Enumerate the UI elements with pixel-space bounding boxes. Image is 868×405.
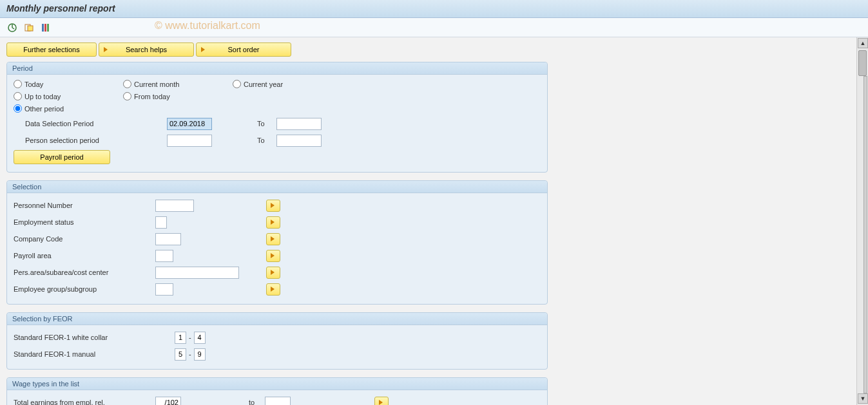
employment-status-label: Employment status <box>14 218 155 226</box>
watermark-text: © www.tutorialkart.com <box>155 20 260 32</box>
personnel-number-label: Personnel Number <box>14 202 155 209</box>
feor-manual-from-input[interactable] <box>175 348 186 361</box>
sort-order-label: Sort order <box>228 46 260 53</box>
employee-group-multiple-button[interactable] <box>266 283 280 296</box>
person-selection-to-input[interactable] <box>276 135 322 147</box>
payroll-area-multiple-button[interactable] <box>266 250 280 262</box>
top-button-row: Further selections Search helps Sort ord… <box>6 42 850 57</box>
radio-other-period[interactable] <box>14 104 22 113</box>
label-up-to-today[interactable]: Up to today <box>24 93 61 100</box>
data-source-icon[interactable] <box>40 22 52 33</box>
period-legend: Period <box>7 62 547 75</box>
data-selection-to-input[interactable] <box>276 118 322 130</box>
payroll-area-input[interactable] <box>155 250 173 262</box>
scrollbar-inner-track[interactable] <box>863 76 867 393</box>
feor-white-collar-label: Standard FEOR-1 white collar <box>14 334 175 341</box>
company-code-label: Company Code <box>14 235 155 243</box>
further-selections-button[interactable]: Further selections <box>6 42 97 57</box>
execute-icon[interactable] <box>6 22 18 33</box>
feor-legend: Selection by FEOR <box>7 313 547 325</box>
data-selection-period-label: Data Selection Period <box>25 120 167 127</box>
feor-manual-label: Standard FEOR-1 manual <box>14 350 175 358</box>
selection-groupbox: Selection Personnel Number Employment st… <box>6 180 548 305</box>
company-code-multiple-button[interactable] <box>266 233 280 245</box>
feor-white-from-input[interactable] <box>175 332 186 344</box>
personnel-number-multiple-button[interactable] <box>266 200 280 212</box>
radio-today[interactable] <box>14 80 22 88</box>
employment-status-input[interactable] <box>155 216 167 229</box>
radio-up-to-today[interactable] <box>14 92 22 100</box>
wage-groupbox: Wage types in the list Total earnings fr… <box>6 377 548 405</box>
wage-to-label-1: to <box>249 399 265 405</box>
app-title-bar: Monthly personnel report <box>0 0 868 18</box>
data-selection-from-input[interactable] <box>167 118 212 130</box>
wage-legend: Wage types in the list <box>7 378 547 390</box>
further-selections-label: Further selections <box>23 46 79 53</box>
company-code-input[interactable] <box>155 233 181 245</box>
radio-current-year[interactable] <box>233 80 241 88</box>
selection-legend: Selection <box>7 181 547 193</box>
personnel-number-input[interactable] <box>155 200 194 212</box>
svg-rect-5 <box>42 24 44 32</box>
app-toolbar: © www.tutorialkart.com <box>0 18 868 37</box>
search-helps-label: Search helps <box>126 46 167 53</box>
payroll-period-button[interactable]: Payroll period <box>14 150 110 164</box>
label-current-year[interactable]: Current year <box>244 80 283 88</box>
variant-icon[interactable] <box>23 22 35 33</box>
employee-group-label: Employee group/subgroup <box>14 285 155 293</box>
radio-current-month[interactable] <box>123 80 131 88</box>
feor-groupbox: Selection by FEOR Standard FEOR-1 white … <box>6 312 548 370</box>
svg-line-2 <box>12 28 14 29</box>
label-today[interactable]: Today <box>24 80 43 88</box>
vertical-scrollbar[interactable]: ▲ ▼ <box>856 37 868 405</box>
feor-manual-to-input[interactable] <box>194 348 206 361</box>
scroll-up-icon[interactable]: ▲ <box>858 38 868 48</box>
svg-rect-6 <box>44 24 46 32</box>
employment-status-multiple-button[interactable] <box>266 216 280 229</box>
scrollbar-thumb[interactable] <box>858 50 867 76</box>
scroll-down-icon[interactable]: ▼ <box>858 393 868 404</box>
radio-from-today[interactable] <box>123 92 131 100</box>
total-earnings-to-input[interactable] <box>265 397 291 406</box>
total-earnings-from-input[interactable] <box>155 397 181 406</box>
pers-area-input[interactable] <box>155 267 239 279</box>
svg-rect-4 <box>28 26 33 31</box>
data-selection-to-label: To <box>257 120 276 127</box>
label-other-period[interactable]: Other period <box>24 105 64 113</box>
employee-group-input[interactable] <box>155 283 173 296</box>
main-content: Further selections Search helps Sort ord… <box>0 37 856 405</box>
period-groupbox: Period Today Current month Current year … <box>6 62 548 173</box>
label-current-month[interactable]: Current month <box>134 80 179 88</box>
pers-area-multiple-button[interactable] <box>266 267 280 279</box>
feor-white-to-input[interactable] <box>194 332 206 344</box>
person-selection-to-label: To <box>257 137 276 144</box>
pers-area-label: Pers.area/subarea/cost center <box>14 268 155 276</box>
dash-sep: - <box>189 334 191 341</box>
payroll-area-label: Payroll area <box>14 252 155 259</box>
dash-sep: - <box>189 350 191 358</box>
app-title: Monthly personnel report <box>6 3 115 14</box>
total-earnings-multiple-button[interactable] <box>374 397 389 406</box>
person-selection-period-label: Person selection period <box>25 137 167 144</box>
arrow-right-icon <box>102 46 110 53</box>
svg-rect-7 <box>47 24 49 32</box>
payroll-period-label: Payroll period <box>40 153 83 161</box>
total-earnings-label: Total earnings from empl. rel. <box>14 399 155 405</box>
arrow-right-icon <box>200 46 207 53</box>
person-selection-from-input[interactable] <box>167 135 212 147</box>
search-helps-button[interactable]: Search helps <box>99 42 194 57</box>
sort-order-button[interactable]: Sort order <box>196 42 291 57</box>
label-from-today[interactable]: From today <box>134 93 170 100</box>
